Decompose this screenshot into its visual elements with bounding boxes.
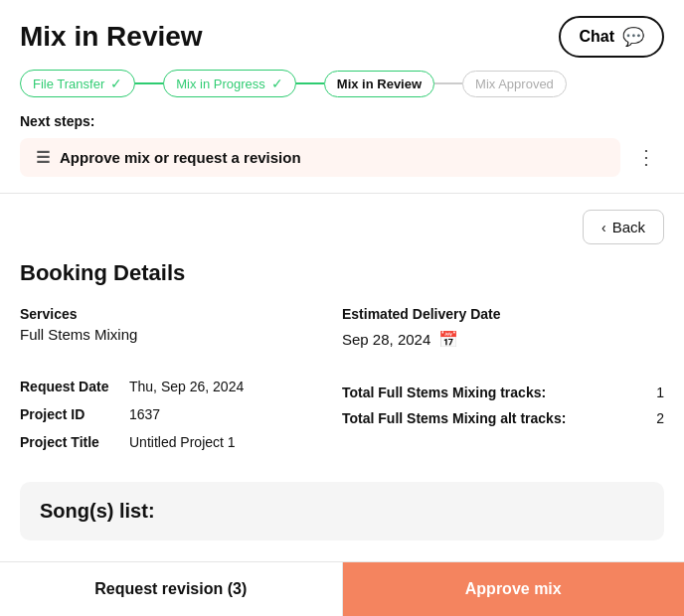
step-mix-in-review: Mix in Review <box>324 71 434 97</box>
delivery-label: Estimated Delivery Date <box>342 306 664 322</box>
calendar-icon: 📅 <box>438 330 458 349</box>
next-steps-row: ☰ Approve mix or request a revision ⋮ <box>20 137 664 177</box>
approve-button[interactable]: Approve mix <box>343 562 685 616</box>
step-mix-in-progress: Mix in Progress ✓ <box>163 70 296 97</box>
check-icon-file-transfer: ✓ <box>110 76 122 91</box>
booking-title: Booking Details <box>20 260 664 286</box>
next-step-text: Approve mix or request a revision <box>60 149 301 166</box>
booking-left: Services Full Stems Mixing Request Date … <box>20 306 342 462</box>
chat-button[interactable]: Chat 💬 <box>559 16 664 58</box>
check-icon-mix-progress: ✓ <box>271 76 283 91</box>
list-icon: ☰ <box>36 148 50 167</box>
request-date-row: Request Date Thu, Sep 26, 2024 <box>20 379 342 394</box>
bottom-buttons: Request revision (3) Approve mix <box>0 561 684 616</box>
connector-2 <box>296 82 324 84</box>
divider <box>0 193 684 194</box>
back-row: ‹ Back <box>0 210 684 260</box>
services-section: Services Full Stems Mixing <box>20 306 342 343</box>
project-title-value: Untitled Project 1 <box>129 434 236 450</box>
back-button[interactable]: ‹ Back <box>583 210 664 244</box>
booking-right: Estimated Delivery Date Sep 28, 2024 📅 T… <box>342 306 664 462</box>
step-file-transfer-label: File Transfer <box>33 77 104 91</box>
total-tracks-value: 1 <box>656 385 664 400</box>
chat-bubble-icon: 💬 <box>622 26 644 48</box>
next-steps-label: Next steps: <box>20 113 664 129</box>
total-alt-row: Total Full Stems Mixing alt tracks: 2 <box>342 410 664 426</box>
total-alt-label: Total Full Stems Mixing alt tracks: <box>342 410 566 426</box>
request-date-value: Thu, Sep 26, 2024 <box>129 379 244 394</box>
connector-1 <box>135 82 163 84</box>
total-alt-value: 2 <box>656 410 664 426</box>
page-title: Mix in Review <box>20 21 203 53</box>
back-label: Back <box>612 219 645 235</box>
songs-section: Song(s) list: <box>20 482 664 540</box>
more-options-button[interactable]: ⋮ <box>628 137 664 177</box>
step-mix-approved-label: Mix Approved <box>475 77 554 91</box>
project-id-label: Project ID <box>20 406 129 422</box>
booking-details: Booking Details Services Full Stems Mixi… <box>0 260 684 482</box>
next-step-item: ☰ Approve mix or request a revision <box>20 138 620 177</box>
request-date-label: Request Date <box>20 379 129 394</box>
project-id-row: Project ID 1637 <box>20 406 342 422</box>
delivery-value: Sep 28, 2024 <box>342 331 430 348</box>
songs-title: Song(s) list: <box>40 500 644 523</box>
delivery-section: Estimated Delivery Date Sep 28, 2024 📅 <box>342 306 664 349</box>
step-mix-in-review-label: Mix in Review <box>337 77 422 91</box>
services-label: Services <box>20 306 342 322</box>
project-title-row: Project Title Untitled Project 1 <box>20 434 342 450</box>
chevron-left-icon: ‹ <box>601 220 606 235</box>
step-mix-in-progress-label: Mix in Progress <box>176 77 265 91</box>
total-tracks-label: Total Full Stems Mixing tracks: <box>342 385 546 400</box>
services-value: Full Stems Mixing <box>20 326 342 343</box>
page-header: Mix in Review Chat 💬 <box>0 0 684 70</box>
next-steps-section: Next steps: ☰ Approve mix or request a r… <box>0 113 684 193</box>
connector-3 <box>434 82 462 84</box>
total-tracks-row: Total Full Stems Mixing tracks: 1 <box>342 385 664 400</box>
step-mix-approved: Mix Approved <box>462 71 567 97</box>
step-file-transfer: File Transfer ✓ <box>20 70 135 97</box>
revision-button[interactable]: Request revision (3) <box>0 562 343 616</box>
booking-grid: Services Full Stems Mixing Request Date … <box>20 306 664 462</box>
chat-label: Chat <box>579 28 614 46</box>
project-title-label: Project Title <box>20 434 129 450</box>
project-id-value: 1637 <box>129 406 160 422</box>
progress-steps: File Transfer ✓ Mix in Progress ✓ Mix in… <box>0 70 684 113</box>
delivery-date-row: Sep 28, 2024 📅 <box>342 330 664 349</box>
